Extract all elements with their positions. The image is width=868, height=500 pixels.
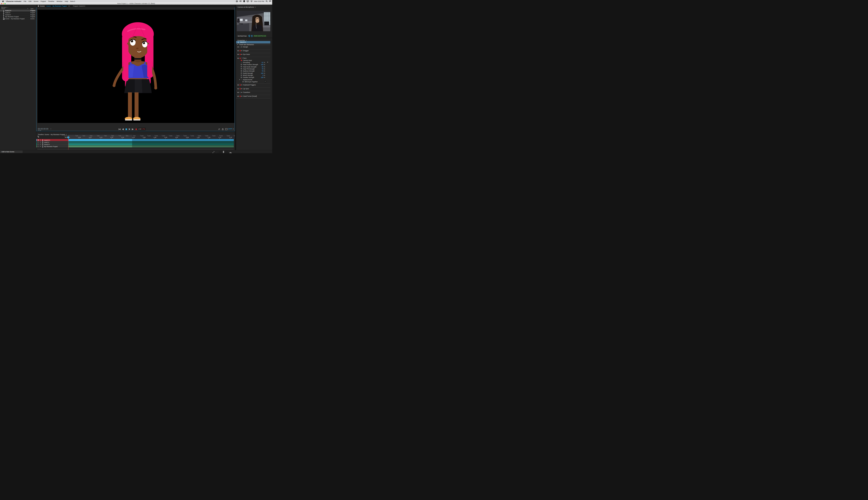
track-bar[interactable] <box>68 141 132 143</box>
track-visibility-checkbox[interactable] <box>37 144 39 145</box>
playback-speed[interactable]: 1.0x 0.75x <box>138 128 146 130</box>
track-expander-icon[interactable]: ▼ <box>40 139 41 141</box>
menu-clock[interactable]: Mon 3:02 PM <box>254 0 264 2</box>
behavior-eye-icon[interactable] <box>237 46 239 48</box>
track-bar-dim[interactable] <box>132 143 234 145</box>
zoom-window-button[interactable] <box>4 3 5 4</box>
property-reset-icon[interactable]: ✕ <box>267 61 268 63</box>
behavior-eye-icon[interactable] <box>237 92 239 93</box>
set-rest-pose-button[interactable]: Set Rest Pose <box>237 35 248 37</box>
behavior-property-row[interactable]: Parallax Strength100 % <box>236 76 270 78</box>
timeline-zoom-slider-handle[interactable] <box>223 151 224 153</box>
project-row[interactable]: My Illustrator PuppetPuppet <box>0 16 36 18</box>
menu-edit[interactable]: Edit <box>28 0 32 2</box>
timeline-track-header[interactable]: ▼Kale2CH <box>36 139 68 141</box>
loop-toggle-icon[interactable] <box>218 128 220 130</box>
behavior-property-row[interactable]: Mouth Strength0 % <box>236 74 270 76</box>
property-radio-icon[interactable] <box>241 64 242 65</box>
creative-cloud-icon[interactable] <box>236 0 238 2</box>
behavior-eye-icon[interactable] <box>237 88 239 89</box>
track-item-behaviors-section[interactable]: ▼ Track Item Behaviors <box>236 43 270 46</box>
behavior-eye-icon[interactable] <box>237 50 239 52</box>
property-radio-icon[interactable] <box>241 72 242 74</box>
property-checkbox-checked[interactable]: ✓ <box>264 81 266 82</box>
behavior-expander-icon[interactable]: ▶ <box>241 54 242 55</box>
property-value-number[interactable]: 25 <box>262 66 263 68</box>
property-value[interactable]: 75 % <box>255 70 265 72</box>
project-row[interactable]: Kale2CHPuppet <box>0 10 36 12</box>
evernote-icon[interactable] <box>243 0 245 2</box>
timeline-track-header[interactable]: ▼My Illustrator Puppet <box>36 146 68 147</box>
track-bar[interactable] <box>68 143 132 145</box>
property-value[interactable]: 100 % <box>255 77 265 78</box>
wifi-icon[interactable] <box>251 1 253 2</box>
behavior-arm-dot[interactable] <box>240 54 241 55</box>
behavior-arm-dot[interactable] <box>240 96 241 97</box>
close-window-button[interactable] <box>1 3 2 4</box>
behavior-expander-icon[interactable]: ▶ <box>241 88 242 89</box>
spotlight-icon[interactable] <box>266 0 267 2</box>
section-expander-icon[interactable]: ▼ <box>237 44 238 45</box>
timeline-ruler[interactable]: framesm:ss010020030040050060070080090010… <box>36 135 235 139</box>
project-row[interactable]: KaneCHPuppet <box>0 14 36 16</box>
behavior-arm-dot[interactable] <box>240 92 241 93</box>
scene-tab-menu-icon[interactable]: ≡ <box>69 5 69 7</box>
menu-puppet[interactable]: Puppet <box>41 0 46 2</box>
show-mesh-icon[interactable] <box>221 128 224 130</box>
behavior-eye-icon[interactable] <box>237 54 239 55</box>
project-column-header[interactable]: Name ▲ Type <box>0 8 36 9</box>
properties-selected-item[interactable]: Kale2CH <box>236 41 270 43</box>
menu-scene[interactable]: Scene <box>34 0 38 2</box>
behavior-property-row[interactable]: Eyelid Strength100 % <box>236 72 270 74</box>
scene-stage[interactable] <box>37 10 235 123</box>
property-value-number[interactable]: 100 <box>261 77 263 78</box>
behavior-row[interactable]: ▶Lip Sync <box>236 88 270 91</box>
behavior-expander-icon[interactable]: ▶ <box>241 92 242 93</box>
timeline-zoom-in-icon[interactable] <box>229 151 232 153</box>
property-value[interactable]: 0 % <box>255 75 265 76</box>
property-value-number[interactable]: 100 <box>261 72 263 74</box>
zoom-dropdown-icon[interactable]: ▼ <box>232 128 235 130</box>
menu-help[interactable]: Help <box>65 0 68 2</box>
track-expander-icon[interactable]: ▼ <box>40 142 41 143</box>
safe-area-icon[interactable] <box>225 128 228 130</box>
behavior-row[interactable]: ▶Dragger <box>236 49 270 53</box>
behavior-expander-icon[interactable]: ▶ <box>241 95 242 97</box>
behavior-row[interactable]: ▶Eye Gaze <box>236 53 270 57</box>
tab-puppet[interactable]: Puppet: Kale2CH <box>73 5 85 7</box>
track-bar-dim[interactable] <box>132 146 234 147</box>
behavior-property-row[interactable]: Camera Input <box>236 59 270 61</box>
property-value-number[interactable]: 75 <box>262 68 263 70</box>
property-radio-icon[interactable] <box>241 68 242 69</box>
property-expander-icon[interactable]: ▼ <box>239 79 240 80</box>
behavior-row[interactable]: ▼FaceCamera InputSmoothing51 %✕Head Posi… <box>236 57 270 84</box>
property-radio-icon[interactable] <box>241 66 242 67</box>
timeline-track-header[interactable]: ▼KaleCH <box>36 141 68 143</box>
menu-file[interactable]: File <box>24 0 26 2</box>
property-radio-icon[interactable] <box>242 81 243 82</box>
go-to-start-button[interactable] <box>118 128 121 130</box>
timeline-resize-icon[interactable] <box>213 151 214 153</box>
project-row[interactable]: KaleCHPuppet <box>0 12 36 14</box>
property-value[interactable]: 51 % <box>255 61 265 64</box>
property-record-dot[interactable] <box>241 60 242 61</box>
track-expander-icon[interactable]: ▼ <box>40 144 41 145</box>
project-row[interactable]: Scene – My Illustrator PuppetScene <box>0 18 36 20</box>
record-button[interactable] <box>135 128 137 130</box>
track-bar[interactable] <box>68 139 132 141</box>
property-value-number[interactable]: 51 <box>262 61 263 64</box>
camera-input-toggle-icon[interactable] <box>248 35 250 38</box>
behavior-property-row[interactable]: ▼Replacements <box>236 79 270 81</box>
behavior-expander-icon[interactable]: ▶ <box>241 46 242 48</box>
airplay-icon[interactable] <box>247 0 249 2</box>
behavior-expander-icon[interactable]: ▶ <box>241 50 242 52</box>
timeline-zoom-out-icon[interactable] <box>216 151 218 153</box>
tab-scene-active[interactable]: Scene – My Illustrator Puppet <box>46 5 68 7</box>
property-radio-icon[interactable] <box>241 77 242 78</box>
behavior-expander-icon[interactable]: ▶ <box>241 84 242 86</box>
behavior-arm-dot[interactable] <box>240 88 241 89</box>
track-expander-icon[interactable]: ▼ <box>40 146 41 147</box>
behavior-property-row[interactable]: Head Position Strength100 % <box>236 64 270 66</box>
property-value[interactable]: 75 % <box>255 68 265 70</box>
behavior-property-row[interactable]: Eyebrow Strength75 % <box>236 70 270 72</box>
